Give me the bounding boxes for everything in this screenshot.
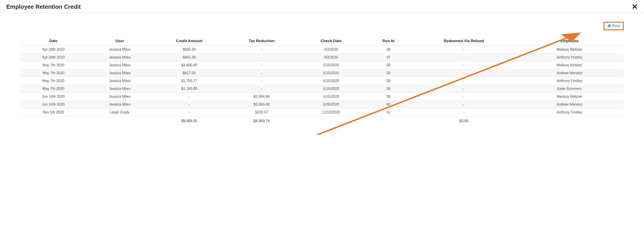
cell-check-date: 4/3/2020: [298, 54, 364, 62]
cell-run-id: 39: [364, 62, 412, 69]
col-run-id[interactable]: Run Id: [364, 36, 412, 46]
cell-check-date: 11/13/2020: [298, 108, 364, 116]
cell-tax: $2,665.48: [225, 101, 298, 108]
print-label: Print: [612, 24, 620, 28]
cell-refund: -: [412, 85, 515, 93]
cell-employee: Melissa Webber: [515, 46, 624, 54]
cell-date: Apr 28th 2020: [20, 54, 86, 62]
cell-user: Leigh Grady: [86, 108, 153, 116]
cell-tax: -: [225, 46, 298, 54]
cell-user: Jessica Miles: [86, 77, 153, 85]
cell-check-date: 5/15/2020: [298, 93, 364, 101]
cell-refund: -: [412, 62, 515, 69]
cell-check-date: 5/15/2020: [298, 62, 364, 69]
cell-tax: $220.57: [225, 108, 298, 116]
cell-check-date: 5/15/2020: [298, 69, 364, 77]
print-button[interactable]: Print: [604, 22, 624, 30]
cell-user: Jessica Miles: [86, 69, 153, 77]
cell-employee: Anthony Findley: [515, 108, 624, 116]
cell-tax: -: [225, 62, 298, 69]
cell-date: Jun 16th 2020: [20, 93, 86, 101]
table-row[interactable]: Nov 5th 2020Leigh Grady-$220.5711/13/202…: [20, 108, 624, 116]
cell-date: Nov 5th 2020: [20, 108, 86, 116]
table-row[interactable]: May 7th 2020Jessica Miles$1,160.00-5/15/…: [20, 85, 624, 93]
col-tax[interactable]: Tax Reduction: [225, 36, 298, 46]
cell-check-date: 5/15/2020: [298, 77, 364, 85]
erc-table: Date User Credit Amount Tax Reduction Ch…: [20, 36, 624, 126]
cell-run-id: 41: [364, 108, 412, 116]
table-row[interactable]: May 7th 2020Jessica Miles$617.50-5/15/20…: [20, 69, 624, 77]
table-row[interactable]: May 7th 2020Jessica Miles$4,600.00-5/15/…: [20, 62, 624, 69]
col-employee[interactable]: Employee: [515, 36, 624, 46]
cell-tax: -: [225, 77, 298, 85]
cell-date: May 7th 2020: [20, 62, 86, 69]
cell-user: Jessica Miles: [86, 85, 153, 93]
cell-date: May 7th 2020: [20, 69, 86, 77]
cell-credit: $4,600.00: [153, 62, 225, 69]
cell-check-date: 4/3/2020: [298, 46, 364, 54]
cell-refund: -: [412, 108, 515, 116]
cell-run-id: 39: [364, 93, 412, 101]
cell-tax: -: [225, 69, 298, 77]
print-row: Print: [20, 22, 624, 30]
print-icon: [608, 24, 611, 28]
cell-run-id: 38: [364, 46, 412, 54]
cell-credit: -: [153, 93, 225, 101]
cell-employee: Anthony Findley: [515, 54, 624, 62]
cell-date: May 7th 2020: [20, 77, 86, 85]
cell-tax: -: [225, 85, 298, 93]
cell-run-id: 37: [364, 54, 412, 62]
cell-credit: $1,780.77: [153, 77, 225, 85]
cell-refund: -: [412, 46, 515, 54]
cell-check-date: 5/15/2020: [298, 85, 364, 93]
total-credit: $9,889.05: [153, 116, 225, 126]
cell-employee: Andrew Mendez: [515, 69, 624, 77]
cell-credit: $617.50: [153, 69, 225, 77]
table-row[interactable]: Jun 16th 2020Jessica Miles-$2,064.695/15…: [20, 93, 624, 101]
cell-date: May 7th 2020: [20, 85, 86, 93]
close-icon[interactable]: ✕: [632, 3, 638, 10]
table-row[interactable]: Jun 16th 2020Jessica Miles-$2,665.486/26…: [20, 101, 624, 108]
cell-refund: -: [412, 54, 515, 62]
table-row[interactable]: Apr 28th 2020Jessica Miles$865.39-4/3/20…: [20, 54, 624, 62]
table-footer: $9,889.05 $4,950.74 $0.00: [20, 116, 624, 126]
cell-credit: $865.39: [153, 46, 225, 54]
cell-credit: -: [153, 101, 225, 108]
page-title: Employee Retention Credit: [6, 3, 81, 10]
cell-run-id: 39: [364, 69, 412, 77]
cell-employee: Melissa Webber: [515, 62, 624, 69]
cell-refund: -: [412, 77, 515, 85]
cell-credit: $865.39: [153, 54, 225, 62]
modal-header: Employee Retention Credit ✕: [0, 0, 644, 13]
table-body: Apr 28th 2020Jessica Miles$865.39-4/3/20…: [20, 46, 624, 116]
col-refund[interactable]: Redeemed Via Refund: [412, 36, 515, 46]
table-row[interactable]: Apr 28th 2020Jessica Miles$865.39-4/3/20…: [20, 46, 624, 54]
cell-user: Jessica Miles: [86, 54, 153, 62]
table-head: Date User Credit Amount Tax Reduction Ch…: [20, 36, 624, 46]
total-refund: $0.00: [412, 116, 515, 126]
cell-employee: Anthony Findley: [515, 77, 624, 85]
content-area: Print Date User Credit Amount Tax Reduct…: [0, 13, 644, 135]
cell-employee: Katie Summers: [515, 85, 624, 93]
table-row[interactable]: May 7th 2020Jessica Miles$1,780.77-5/15/…: [20, 77, 624, 85]
cell-tax: -: [225, 54, 298, 62]
cell-refund: -: [412, 69, 515, 77]
cell-tax: $2,064.69: [225, 93, 298, 101]
cell-user: Jessica Miles: [86, 46, 153, 54]
col-date[interactable]: Date: [20, 36, 86, 46]
col-credit[interactable]: Credit Amount: [153, 36, 225, 46]
cell-check-date: 6/26/2020: [298, 101, 364, 108]
cell-refund: -: [412, 93, 515, 101]
cell-user: Jessica Miles: [86, 93, 153, 101]
cell-run-id: 40: [364, 101, 412, 108]
cell-run-id: 39: [364, 77, 412, 85]
cell-date: Apr 28th 2020: [20, 46, 86, 54]
col-user[interactable]: User: [86, 36, 153, 46]
cell-credit: -: [153, 108, 225, 116]
cell-employee: Andrew Mendez: [515, 101, 624, 108]
cell-employee: Melissa Webber: [515, 93, 624, 101]
cell-user: Jessica Miles: [86, 101, 153, 108]
col-check-date[interactable]: Check Date: [298, 36, 364, 46]
total-tax: $4,950.74: [225, 116, 298, 126]
cell-user: Jessica Miles: [86, 62, 153, 69]
